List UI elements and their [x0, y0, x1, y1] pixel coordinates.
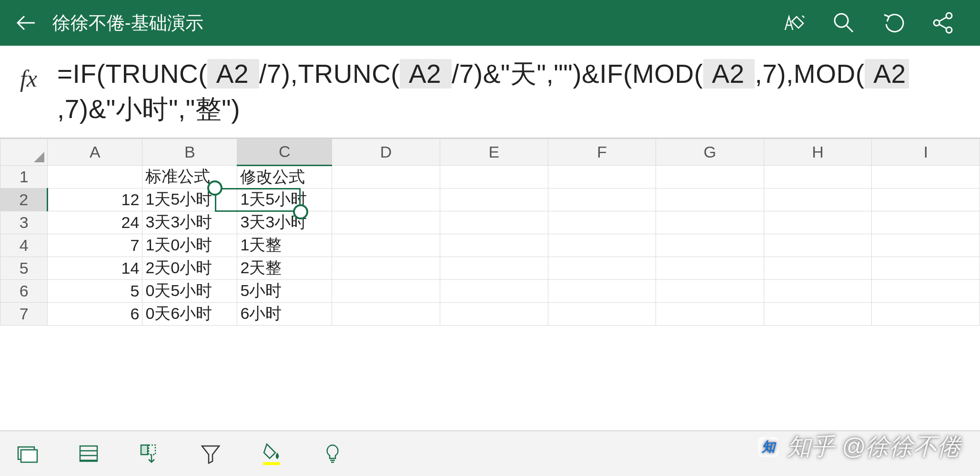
cell-H3[interactable]	[764, 211, 872, 234]
row-header-4[interactable]: 4	[0, 234, 48, 257]
row-header-2[interactable]: 2	[0, 188, 48, 211]
cell-H2[interactable]	[764, 188, 872, 211]
formula-bar[interactable]: fx =IF(TRUNC( A2 /7),TRUNC( A2 /7)&"天","…	[0, 46, 980, 139]
row-header-5[interactable]: 5	[0, 257, 48, 279]
col-header-H[interactable]: H	[764, 139, 872, 165]
cell-F1[interactable]	[548, 165, 656, 188]
undo-icon[interactable]	[880, 10, 907, 36]
cell-A6[interactable]: 5	[48, 279, 142, 302]
cell-G2[interactable]	[656, 188, 764, 211]
formula-segment: ,7),MOD(	[755, 59, 864, 89]
cell-A4[interactable]: 7	[48, 234, 142, 257]
edit-pen-icon[interactable]	[781, 10, 808, 36]
col-header-E[interactable]: E	[440, 139, 548, 165]
col-header-C[interactable]: C	[237, 139, 332, 165]
cell-C6[interactable]: 5小时	[237, 279, 332, 302]
row-header-1[interactable]: 1	[0, 165, 48, 188]
table-row: 1 标准公式 修改公式	[0, 165, 980, 188]
cell-G5[interactable]	[656, 257, 764, 279]
cell-B7[interactable]: 0天6小时	[142, 302, 237, 325]
row-header-7[interactable]: 7	[0, 302, 48, 325]
row-header-6[interactable]: 6	[0, 279, 48, 302]
list-view-icon[interactable]	[75, 440, 102, 467]
cell-F2[interactable]	[548, 188, 656, 211]
cell-A2[interactable]: 12	[48, 188, 142, 211]
share-icon[interactable]	[929, 10, 956, 36]
cell-A3[interactable]: 24	[48, 211, 142, 234]
row-header-3[interactable]: 3	[0, 211, 48, 234]
cell-F5[interactable]	[548, 257, 656, 279]
cell-E4[interactable]	[440, 234, 548, 257]
formula-content[interactable]: =IF(TRUNC( A2 /7),TRUNC( A2 /7)&"天","")&…	[57, 56, 980, 127]
spreadsheet-grid[interactable]: A B C D E F G H I 1 标准公式 修改公式	[0, 139, 980, 326]
cell-E1[interactable]	[440, 165, 548, 188]
cell-D1[interactable]	[332, 165, 440, 188]
cell-E7[interactable]	[440, 302, 548, 325]
cell-I2[interactable]	[872, 188, 980, 211]
cell-C1[interactable]: 修改公式	[237, 165, 332, 188]
cell-E5[interactable]	[440, 257, 548, 279]
cell-E6[interactable]	[440, 279, 548, 302]
cell-E2[interactable]	[440, 188, 548, 211]
cell-I5[interactable]	[872, 257, 980, 279]
search-icon[interactable]	[830, 10, 857, 36]
cell-H7[interactable]	[764, 302, 872, 325]
fill-color-icon[interactable]	[258, 440, 285, 467]
title-actions	[781, 10, 956, 36]
lightbulb-icon[interactable]	[319, 440, 346, 467]
cell-C3[interactable]: 3天3小时	[237, 211, 332, 234]
cell-F3[interactable]	[548, 211, 656, 234]
cell-I7[interactable]	[872, 302, 980, 325]
cell-G7[interactable]	[656, 302, 764, 325]
spreadsheet-area[interactable]: A B C D E F G H I 1 标准公式 修改公式	[0, 139, 980, 326]
select-all-corner[interactable]	[0, 139, 48, 165]
filter-icon[interactable]	[197, 440, 224, 467]
cell-D7[interactable]	[332, 302, 440, 325]
col-header-I[interactable]: I	[872, 139, 980, 165]
cell-E3[interactable]	[440, 211, 548, 234]
cell-C7[interactable]: 6小时	[237, 302, 332, 325]
sort-icon[interactable]	[136, 440, 163, 467]
cell-B2[interactable]: 1天5小时	[142, 188, 237, 211]
cell-D3[interactable]	[332, 211, 440, 234]
cell-G4[interactable]	[656, 234, 764, 257]
cell-F6[interactable]	[548, 279, 656, 302]
cell-H5[interactable]	[764, 257, 872, 279]
cell-C4[interactable]: 1天整	[237, 234, 332, 257]
cell-I4[interactable]	[872, 234, 980, 257]
cell-C5[interactable]: 2天整	[237, 257, 332, 279]
cell-I3[interactable]	[872, 211, 980, 234]
cell-B1[interactable]: 标准公式	[142, 165, 237, 188]
cell-A7[interactable]: 6	[48, 302, 142, 325]
cell-D2[interactable]	[332, 188, 440, 211]
cell-A1[interactable]	[48, 165, 142, 188]
back-icon[interactable]	[14, 11, 38, 35]
cell-D4[interactable]	[332, 234, 440, 257]
cell-I6[interactable]	[872, 279, 980, 302]
col-header-B[interactable]: B	[142, 139, 237, 165]
cell-D5[interactable]	[332, 257, 440, 279]
document-title: 徐徐不倦-基础演示	[52, 11, 781, 35]
col-header-D[interactable]: D	[332, 139, 440, 165]
cell-G1[interactable]	[656, 165, 764, 188]
svg-line-6	[939, 17, 947, 21]
col-header-G[interactable]: G	[656, 139, 764, 165]
cell-B3[interactable]: 3天3小时	[142, 211, 237, 234]
cell-F7[interactable]	[548, 302, 656, 325]
cell-B4[interactable]: 1天0小时	[142, 234, 237, 257]
cell-H4[interactable]	[764, 234, 872, 257]
cell-F4[interactable]	[548, 234, 656, 257]
cell-H1[interactable]	[764, 165, 872, 188]
cell-A5[interactable]: 14	[48, 257, 142, 279]
cell-D6[interactable]	[332, 279, 440, 302]
cell-C2[interactable]: 1天5小时	[237, 188, 332, 211]
cell-B5[interactable]: 2天0小时	[142, 257, 237, 279]
cell-G6[interactable]	[656, 279, 764, 302]
cell-I1[interactable]	[872, 165, 980, 188]
card-view-icon[interactable]	[14, 440, 41, 467]
col-header-F[interactable]: F	[548, 139, 656, 165]
col-header-A[interactable]: A	[48, 139, 142, 165]
cell-G3[interactable]	[656, 211, 764, 234]
cell-B6[interactable]: 0天5小时	[142, 279, 237, 302]
cell-H6[interactable]	[764, 279, 872, 302]
